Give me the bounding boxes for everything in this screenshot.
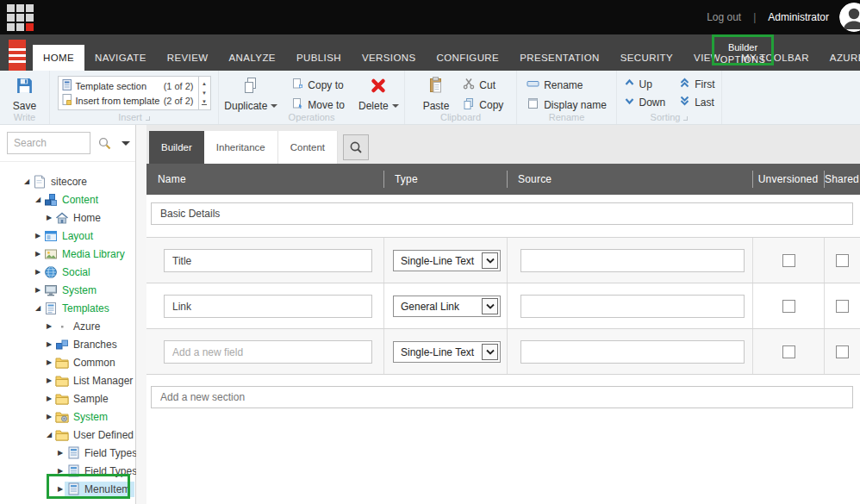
- menu-tab-home[interactable]: HOME: [33, 45, 84, 71]
- tree-item-home[interactable]: ▶Home: [0, 208, 135, 227]
- shared-checkbox[interactable]: [836, 254, 849, 267]
- menu-tab-azure[interactable]: AZURE: [819, 45, 860, 71]
- add-section-input[interactable]: [151, 386, 853, 408]
- tree-item-list-manager[interactable]: ▶List Manager: [0, 371, 135, 389]
- duplicate-button[interactable]: Duplicate: [219, 75, 283, 114]
- tree-item-sample[interactable]: ▶Sample: [0, 389, 135, 408]
- field-type-select[interactable]: Single-Line Text: [393, 250, 501, 271]
- scroll-up-icon[interactable]: ▲: [202, 81, 207, 86]
- logout-link[interactable]: Log out: [707, 11, 741, 23]
- expand-closed-icon[interactable]: ▶: [34, 286, 42, 294]
- sort-up-button[interactable]: Up: [624, 78, 666, 90]
- expand-closed-icon[interactable]: ▶: [56, 467, 65, 475]
- tree-item-field-types[interactable]: ▶Field Types: [0, 444, 135, 462]
- menu-tab-analyze[interactable]: ANALYZE: [219, 45, 286, 71]
- scroll-last-icon[interactable]: ▼: [202, 99, 207, 105]
- field-name-input[interactable]: [164, 295, 372, 318]
- tree-item-common[interactable]: ▶Common: [0, 353, 135, 371]
- tab-builder-options[interactable]: Builder OPTIONS: [714, 36, 772, 71]
- menu-tab-configure[interactable]: CONFIGURE: [427, 45, 510, 71]
- delete-button[interactable]: Delete: [353, 75, 404, 114]
- section-title-input[interactable]: [151, 202, 853, 225]
- menu-tab-navigate[interactable]: NAVIGATE: [84, 45, 157, 71]
- tree-item-user-defined[interactable]: ◢User Defined: [0, 426, 135, 444]
- field-source-input[interactable]: [520, 295, 745, 318]
- tree-item-branches[interactable]: ▶Branches: [0, 335, 135, 353]
- expand-closed-icon[interactable]: ▶: [45, 413, 53, 420]
- expand-closed-icon[interactable]: ▶: [45, 376, 53, 384]
- user-avatar[interactable]: [839, 3, 860, 32]
- field-type-select[interactable]: General Link: [393, 296, 501, 317]
- search-options-caret-icon[interactable]: [122, 141, 130, 146]
- sitecore-logo-icon[interactable]: [7, 4, 34, 31]
- expand-closed-icon[interactable]: ▶: [45, 340, 53, 348]
- dialog-launcher-icon[interactable]: [683, 116, 688, 121]
- insert-template-section-item[interactable]: Template section (1 of 2): [62, 79, 196, 92]
- expand-closed-icon[interactable]: ▶: [45, 322, 53, 330]
- editor-tab-inheritance[interactable]: Inheritance: [204, 131, 278, 164]
- search-input[interactable]: [7, 132, 90, 154]
- username-label[interactable]: Administrator: [768, 11, 829, 23]
- expand-closed-icon[interactable]: ▶: [56, 485, 65, 493]
- menu-tab-versions[interactable]: VERSIONS: [352, 45, 427, 71]
- cut-button[interactable]: Cut: [463, 78, 503, 92]
- expand-closed-icon[interactable]: ▶: [45, 358, 53, 366]
- tree-item-system[interactable]: ▶System: [0, 408, 135, 426]
- hamburger-menu-button[interactable]: [9, 40, 26, 71]
- insert-from-template-item[interactable]: Insert from template (2 of 2): [62, 94, 196, 107]
- tree-item-social[interactable]: ▶Social: [0, 263, 135, 281]
- field-source-input[interactable]: [520, 340, 745, 364]
- rename-button[interactable]: Rename: [527, 78, 607, 92]
- builder-search-button[interactable]: [343, 134, 369, 160]
- tree-item-media-library[interactable]: ▶Media Library: [0, 245, 135, 263]
- menu-tab-publish[interactable]: PUBLISH: [286, 45, 352, 71]
- sort-down-button[interactable]: Down: [624, 96, 666, 109]
- field-type-select[interactable]: Single-Line Text: [393, 341, 501, 363]
- expand-closed-icon[interactable]: ▶: [45, 214, 53, 221]
- expand-open-icon[interactable]: ◢: [34, 196, 42, 203]
- menu-tab-presentation[interactable]: PRESENTATION: [509, 45, 610, 71]
- unversioned-checkbox[interactable]: [782, 345, 795, 358]
- copy-button[interactable]: Copy: [463, 97, 503, 112]
- search-icon[interactable]: [98, 137, 111, 150]
- editor-tab-builder[interactable]: Builder: [149, 131, 204, 164]
- expand-closed-icon[interactable]: ▶: [56, 449, 65, 457]
- sort-last-button[interactable]: Last: [679, 96, 714, 109]
- tree-item-system[interactable]: ▶System: [0, 281, 135, 299]
- move-to-button[interactable]: Move to: [291, 97, 345, 112]
- dialog-launcher-icon[interactable]: [146, 116, 150, 121]
- sort-first-button[interactable]: First: [679, 78, 714, 90]
- menu-tab-review[interactable]: REVIEW: [157, 45, 219, 71]
- expand-closed-icon[interactable]: ▶: [34, 232, 42, 240]
- field-source-input[interactable]: [520, 249, 745, 272]
- tree-item-layout[interactable]: ▶Layout: [0, 227, 135, 245]
- tree-item-templates[interactable]: ◢Templates: [0, 299, 135, 317]
- tree-item-content[interactable]: ◢Content: [0, 190, 135, 208]
- tree-item-label: User Defined: [73, 429, 134, 441]
- shared-checkbox[interactable]: [836, 345, 849, 358]
- globe-icon: [44, 265, 58, 279]
- unversioned-checkbox[interactable]: [782, 254, 795, 267]
- save-button[interactable]: Save: [8, 75, 41, 114]
- field-name-input[interactable]: [164, 249, 372, 272]
- tree-item-azure[interactable]: ▶Azure: [0, 317, 135, 335]
- paste-button[interactable]: Paste: [418, 75, 455, 114]
- tree-item-sitecore[interactable]: ◢sitecore: [0, 172, 135, 190]
- tree-item-field-types2[interactable]: ▶Field Types2: [0, 462, 135, 480]
- tree-scrollbar-gutter[interactable]: [136, 125, 146, 504]
- expand-closed-icon[interactable]: ▶: [34, 268, 42, 276]
- copy-to-button[interactable]: Copy to: [291, 78, 345, 92]
- expand-open-icon[interactable]: ◢: [45, 431, 53, 439]
- menu-tab-security[interactable]: SECURITY: [610, 45, 683, 71]
- expand-open-icon[interactable]: ◢: [22, 177, 31, 185]
- scroll-down-icon[interactable]: ▼: [202, 90, 207, 96]
- expand-closed-icon[interactable]: ▶: [34, 250, 42, 258]
- tree-item-menuitem[interactable]: ▶MenuItem: [0, 480, 135, 498]
- editor-tab-content[interactable]: Content: [278, 131, 338, 164]
- field-name-input[interactable]: [164, 340, 372, 364]
- shared-checkbox[interactable]: [836, 300, 849, 313]
- expand-closed-icon[interactable]: ▶: [45, 395, 53, 402]
- unversioned-checkbox[interactable]: [782, 300, 795, 313]
- display-name-button[interactable]: Display name: [527, 97, 607, 112]
- expand-open-icon[interactable]: ◢: [34, 304, 42, 312]
